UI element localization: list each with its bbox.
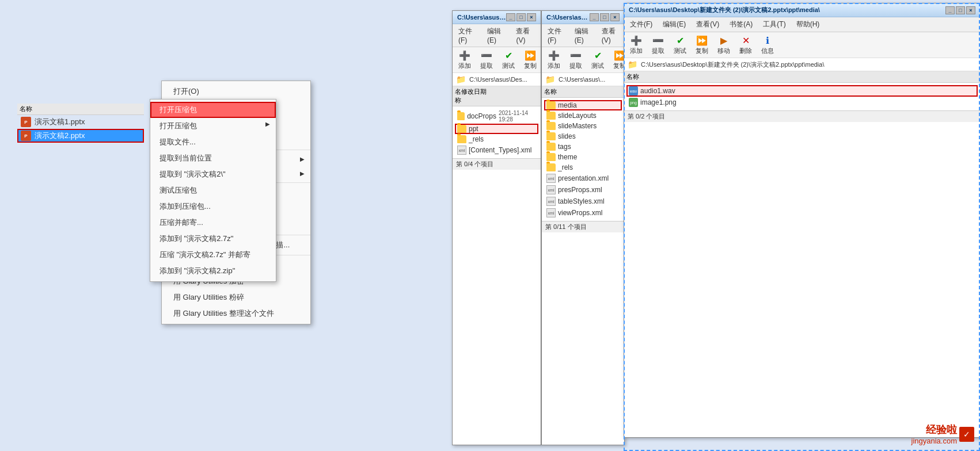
pptx-icon-2: P bbox=[21, 131, 31, 141]
menu-open[interactable]: 打开(O) bbox=[162, 83, 310, 100]
window3-menubar: 文件(F) 编辑(E) 查看(V) 书签(A) 工具(T) 帮助(H) bbox=[624, 17, 980, 32]
window1-menu-file[interactable]: 文件(F) bbox=[456, 25, 479, 45]
window2-row-slides[interactable]: slides bbox=[544, 131, 622, 142]
submenu-compress-mail[interactable]: 压缩并邮寄... bbox=[150, 215, 276, 231]
folder-icon-ppt bbox=[457, 125, 466, 133]
window3-menu-file[interactable]: 文件(F) bbox=[628, 18, 655, 30]
menu-open-label: 打开(O) bbox=[173, 86, 199, 97]
window1-btn-extract[interactable]: ➖ 提取 bbox=[478, 49, 495, 70]
menu-glary-shred[interactable]: 用 Glary Utilities 粉碎 bbox=[162, 289, 310, 305]
window1-controls: _ □ × bbox=[506, 13, 536, 21]
window3-btn-copy[interactable]: ⏩ 复制 bbox=[693, 35, 711, 55]
window1-menu-view[interactable]: 查看(V) bbox=[514, 25, 537, 45]
test-icon-3: ✔ bbox=[673, 35, 687, 46]
window2-btn-add[interactable]: ➕ 添加 bbox=[545, 49, 563, 70]
window1-file-rels: _rels bbox=[469, 135, 484, 143]
window2-row-presprops[interactable]: xml presProps.xml bbox=[544, 184, 622, 196]
window3-title: C:\Users\asus\Desktop\新建文件夹 (2)\演示文稿2.pp… bbox=[629, 6, 820, 14]
window3-btn-info[interactable]: ℹ 信息 bbox=[759, 35, 776, 55]
file-item-1[interactable]: P 演示文稿1.pptx bbox=[17, 115, 144, 129]
window3-row-image[interactable]: png image1.png bbox=[626, 97, 978, 108]
window3-menu-tools[interactable]: 工具(T) bbox=[761, 18, 788, 30]
window1-row-docprops[interactable]: docProps 2021-11-14 19:28 bbox=[455, 109, 538, 124]
submenu-compress-7z-mail[interactable]: 压缩 "演示文稿2.7z" 并邮寄 bbox=[150, 247, 276, 263]
window2-menu-file[interactable]: 文件(F) bbox=[545, 25, 567, 45]
window3-row-audio[interactable]: wav audio1.wav bbox=[626, 85, 978, 97]
window1-btn-test[interactable]: ✔ 测试 bbox=[500, 49, 517, 70]
wav-icon-audio: wav bbox=[629, 86, 638, 95]
window3-btn-delete[interactable]: ✕ 删除 bbox=[737, 35, 754, 55]
submenu-extract-to[interactable]: 提取到 "演示文稿2\" bbox=[150, 166, 276, 182]
window1-file-docprops: docProps bbox=[467, 112, 496, 120]
submenu-extract-here[interactable]: 提取到当前位置 bbox=[150, 150, 276, 166]
window1-menu-edit[interactable]: 编辑(E) bbox=[485, 25, 508, 45]
submenu-add-7z-label: 添加到 "演示文稿2.7z" bbox=[159, 234, 233, 243]
window2-row-slidemasters[interactable]: slideMasters bbox=[544, 121, 622, 131]
submenu-add[interactable]: 添加到压缩包... bbox=[150, 198, 276, 215]
window2-row-tablestyles[interactable]: xml tableStyles.xml bbox=[544, 196, 622, 207]
window2-menu-edit[interactable]: 编辑(E) bbox=[572, 25, 594, 45]
extract-icon-1: ➖ bbox=[480, 49, 493, 61]
file-name-2: 演示文稿2.pptx bbox=[35, 131, 85, 141]
window3-address-icon: 📁 bbox=[628, 60, 637, 69]
window1-date-docprops: 2021-11-14 19:28 bbox=[499, 110, 536, 123]
window1-row-ppt[interactable]: ppt bbox=[455, 124, 538, 134]
window1-row-content-types[interactable]: xml [Content_Types].xml bbox=[455, 144, 538, 156]
window3-close[interactable]: × bbox=[966, 6, 975, 14]
window2-row-tags[interactable]: tags bbox=[544, 142, 622, 152]
window3-maximize[interactable]: □ bbox=[956, 6, 965, 14]
window2-row-media[interactable]: media bbox=[544, 100, 622, 110]
submenu-test[interactable]: 测试压缩包 bbox=[150, 182, 276, 198]
folder-icon-media bbox=[546, 101, 556, 109]
window3-menu-help[interactable]: 帮助(H) bbox=[794, 18, 822, 30]
window3-addressbar: 📁 C:\Users\asus\Desktop\新建文件夹 (2)\演示文稿2.… bbox=[624, 58, 980, 71]
window2-minimize[interactable]: _ bbox=[590, 13, 599, 21]
window2-row-slidelayouts[interactable]: slideLayouts bbox=[544, 110, 622, 121]
window1-title: C:\Users\asus\Desktop\ bbox=[457, 14, 506, 21]
window3-menu-bookmark[interactable]: 书签(A) bbox=[727, 18, 755, 30]
window3-menu-view[interactable]: 查看(V) bbox=[694, 18, 721, 30]
window1-close[interactable]: × bbox=[527, 13, 536, 21]
xml-icon-viewprops: xml bbox=[546, 208, 556, 217]
window3-titlebar: C:\Users\asus\Desktop\新建文件夹 (2)\演示文稿2.pp… bbox=[624, 3, 980, 17]
submenu-open-archive[interactable]: 打开压缩包 bbox=[150, 102, 276, 118]
window3-btn-move[interactable]: ▶ 移动 bbox=[715, 35, 732, 55]
file-item-2[interactable]: P 演示文稿2.pptx bbox=[17, 129, 144, 143]
window2-close[interactable]: × bbox=[610, 13, 620, 21]
window3-btn-extract[interactable]: ➖ 提取 bbox=[649, 35, 667, 55]
window1-minimize[interactable]: _ bbox=[506, 13, 515, 21]
move-icon-3: ▶ bbox=[717, 35, 731, 46]
window3-menu-edit[interactable]: 编辑(E) bbox=[660, 18, 688, 30]
window2-col-headers: 名称 bbox=[542, 86, 624, 98]
window2-row-theme[interactable]: theme bbox=[544, 152, 622, 162]
test-icon-2: ✔ bbox=[591, 49, 605, 61]
window1-btn-copy[interactable]: ⏩ 复制 bbox=[522, 49, 539, 70]
window2-menu-view[interactable]: 查看(V) bbox=[599, 25, 621, 45]
window2-status-text: 第 0/11 个项目 bbox=[545, 223, 587, 230]
window3-minimize[interactable]: _ bbox=[945, 6, 955, 14]
window2-row-rels[interactable]: _rels bbox=[544, 162, 622, 173]
window2-btn-extract[interactable]: ➖ 提取 bbox=[567, 49, 584, 70]
menu-glary-organize[interactable]: 用 Glary Utilities 整理这个文件 bbox=[162, 305, 310, 322]
window2-row-viewprops[interactable]: xml viewProps.xml bbox=[544, 207, 622, 219]
watermark-url: jingyania.com bbox=[911, 437, 958, 445]
submenu-compress-7z-mail-label: 压缩 "演示文稿2.7z" 并邮寄 bbox=[159, 250, 250, 259]
submenu-extract-files[interactable]: 提取文件... bbox=[150, 134, 276, 150]
submenu-add-zip[interactable]: 添加到 "演示文稿2.zip" bbox=[150, 263, 276, 279]
extract-icon-3: ➖ bbox=[651, 35, 665, 46]
submenu-add-7z[interactable]: 添加到 "演示文稿2.7z" bbox=[150, 231, 276, 247]
window3-toolbar: ➕ 添加 ➖ 提取 ✔ 测试 ⏩ 复制 ▶ 移动 ✕ 删除 bbox=[624, 32, 980, 58]
window2-file-media: media bbox=[558, 101, 577, 109]
window2-row-presentation[interactable]: xml presentation.xml bbox=[544, 173, 622, 184]
window1-btn-add[interactable]: ➕ 添加 bbox=[456, 49, 473, 70]
submenu-open-archive2[interactable]: 打开压缩包 bbox=[150, 118, 276, 134]
window2-maximize[interactable]: □ bbox=[600, 13, 609, 21]
window1-col-date: 修改日期 bbox=[461, 87, 538, 105]
window3-btn-test[interactable]: ✔ 测试 bbox=[671, 35, 689, 55]
window1-maximize[interactable]: □ bbox=[516, 13, 526, 21]
window1-col-headers: 名称 修改日期 bbox=[453, 86, 541, 106]
window1-row-rels[interactable]: _rels bbox=[455, 134, 538, 144]
window3-btn-add[interactable]: ➕ 添加 bbox=[628, 35, 645, 55]
col-name-header: 名称 bbox=[20, 105, 32, 113]
window2-btn-test[interactable]: ✔ 测试 bbox=[589, 49, 606, 70]
